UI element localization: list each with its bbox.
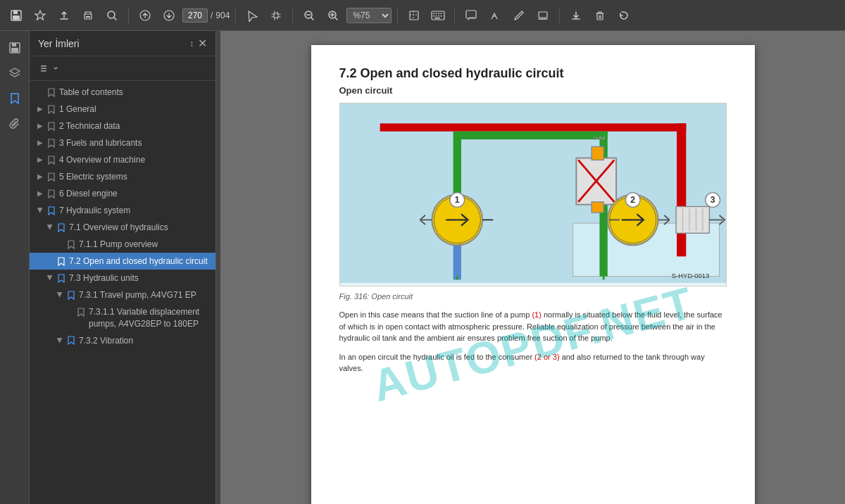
toggle-ch3[interactable]: ▶ (35, 137, 45, 149)
bookmark-icon-toc (46, 86, 56, 99)
save-button[interactable] (6, 5, 27, 26)
toggle-ch7-3-1[interactable]: ▶ (54, 290, 66, 300)
svg-rect-28 (41, 65, 46, 67)
svg-rect-23 (539, 12, 547, 18)
separator-3 (292, 7, 293, 24)
search-button[interactable] (101, 5, 123, 26)
tree-item-ch6[interactable]: ▶ 6 Diesel engine (30, 185, 215, 202)
side-layers-button[interactable] (4, 62, 26, 84)
toggle-ch7-1[interactable]: ▶ (44, 222, 56, 232)
tree-label-ch7-3-1: 7.3.1 Travel pump, A4VG71 EP (79, 289, 210, 301)
page-number-input[interactable] (182, 8, 208, 23)
zoom-out-button[interactable] (299, 5, 320, 26)
zoom-selector[interactable]: %75 %50 %100 %125 %150 (346, 8, 392, 23)
toggle-ch7-3[interactable]: ▶ (44, 273, 56, 283)
svg-rect-29 (41, 68, 46, 70)
download-button[interactable] (565, 5, 587, 26)
svg-rect-13 (433, 13, 434, 14)
diagram-caption: Fig. 316: Open circuit (339, 292, 727, 301)
svg-rect-14 (436, 13, 437, 14)
tree-item-toc[interactable]: ▶ Table of contents (30, 84, 215, 101)
toggle-ch1[interactable]: ▶ (35, 103, 45, 115)
tree-item-ch7-1[interactable]: ▶ 7.1 Overview of hydraulics (30, 219, 215, 236)
svg-text:3: 3 (710, 195, 715, 205)
tree-item-ch7-3-2[interactable]: ▶ 7.3.2 Vibration (30, 332, 215, 349)
tree-label-ch6: 6 Diesel engine (59, 187, 210, 200)
panel-close-button[interactable]: ✕ (198, 37, 207, 50)
svg-text:S-HYD-0013: S-HYD-0013 (671, 272, 709, 279)
bookmarks-panel: Yer İmleri ↕ ✕ ▶ Table of contents (30, 31, 216, 504)
tree-item-ch4[interactable]: ▶ 4 Overview of machine (30, 151, 215, 168)
toggle-ch5[interactable]: ▶ (35, 170, 45, 183)
stamp-button[interactable] (532, 5, 553, 26)
side-bookmark-button[interactable] (4, 87, 26, 110)
bookmark-icon-ch6 (46, 187, 56, 200)
tree-label-ch7-3-2: 7.3.2 Vibration (79, 334, 210, 347)
nav-down-button[interactable] (158, 5, 180, 26)
tree-item-ch3[interactable]: ▶ 3 Fuels and lubricants (30, 134, 215, 151)
highlight-button[interactable] (484, 5, 506, 26)
svg-rect-39 (453, 243, 461, 279)
cursor-indicator: ↕ (189, 39, 194, 49)
bookmark-icon-ch7-1-1 (66, 238, 76, 251)
svg-rect-8 (274, 13, 278, 18)
svg-text:1: 1 (454, 195, 459, 205)
svg-rect-34 (677, 123, 686, 256)
draw-button[interactable] (508, 5, 530, 26)
toggle-ch7[interactable]: ▶ (34, 206, 46, 215)
tree-item-ch1[interactable]: ▶ 1 General (30, 101, 215, 118)
side-attachment-button[interactable] (4, 113, 26, 135)
separator-5 (454, 7, 455, 24)
side-panel-icons (0, 31, 30, 504)
toggle-ch6[interactable]: ▶ (35, 187, 45, 200)
rotate-left-button[interactable] (613, 5, 634, 26)
bookmark-icon-ch4 (46, 153, 56, 166)
tree-item-ch7-2[interactable]: ▶ 7.2 Open and closed hydraulic circuit (30, 253, 215, 270)
tree-item-ch7-1-1[interactable]: ▶ 7.1.1 Pump overview (30, 236, 215, 253)
pan-tool-button[interactable] (265, 5, 287, 26)
pdf-paragraph1: Open in this case means that the suction… (339, 309, 727, 344)
svg-rect-17 (433, 15, 434, 17)
upload-button[interactable] (54, 5, 75, 26)
cursor-tool-button[interactable] (242, 5, 263, 26)
toggle-ch4[interactable]: ▶ (35, 153, 45, 166)
side-save-button[interactable] (4, 37, 26, 59)
tree-item-ch2[interactable]: ▶ 2 Technical data (30, 118, 215, 134)
tree-item-ch7-3[interactable]: ▶ 7.3 Hydraulic units (30, 270, 215, 286)
toggle-ch7-3-2[interactable]: ▶ (54, 336, 66, 346)
toggle-ch2[interactable]: ▶ (35, 120, 45, 132)
bookmark-icon-ch7-2 (56, 255, 66, 267)
nav-up-button[interactable] (134, 5, 156, 26)
tree-item-ch7-3-1[interactable]: ▶ 7.3.1 Travel pump, A4VG71 EP (30, 286, 215, 303)
toolbar: / 904 %75 %50 %100 %125 %150 (0, 0, 845, 31)
panel-title: Yer İmleri (38, 38, 80, 49)
svg-text:2: 2 (630, 195, 635, 205)
separator-6 (559, 7, 560, 24)
svg-rect-36 (461, 132, 607, 139)
svg-rect-15 (438, 13, 439, 14)
tree-label-ch7: 7 Hydraulic system (59, 204, 210, 217)
tree-item-ch5[interactable]: ▶ 5 Electric systems (30, 168, 215, 185)
tree-label-ch7-2: 7.2 Open and closed hydraulic circuit (69, 255, 210, 267)
pdf-page: AUTOPDF.NET 7.2 Open and closed hydrauli… (311, 45, 755, 504)
svg-rect-21 (434, 18, 440, 19)
svg-rect-27 (11, 48, 18, 52)
bookmark-icon-ch3 (46, 137, 56, 149)
keyboard-button[interactable] (427, 5, 449, 26)
tree-item-ch7-3-1-1[interactable]: ▶ 7.3.1.1 Variable displacement pumps, A… (30, 303, 215, 332)
svg-rect-55 (676, 206, 709, 233)
bookmark-star-button[interactable] (30, 5, 51, 26)
zoom-in-button[interactable] (323, 5, 344, 26)
comment-button[interactable] (461, 5, 482, 26)
bookmark-icon-ch7-3-2 (66, 334, 76, 347)
delete-button[interactable] (589, 5, 611, 26)
fit-page-button[interactable] (403, 5, 425, 26)
bookmarks-tree: ▶ Table of contents ▶ 1 General ▶ (30, 81, 215, 504)
tree-label-ch3: 3 Fuels and lubricants (59, 137, 210, 149)
print-button[interactable] (77, 5, 99, 26)
panel-menu-button[interactable] (35, 61, 63, 76)
tree-label-ch7-1: 7.1 Overview of hydraulics (69, 221, 210, 234)
tree-item-ch7[interactable]: ▶ 7 Hydraulic system (30, 202, 215, 219)
bookmark-icon-ch2 (46, 120, 56, 132)
separator-2 (235, 7, 236, 24)
